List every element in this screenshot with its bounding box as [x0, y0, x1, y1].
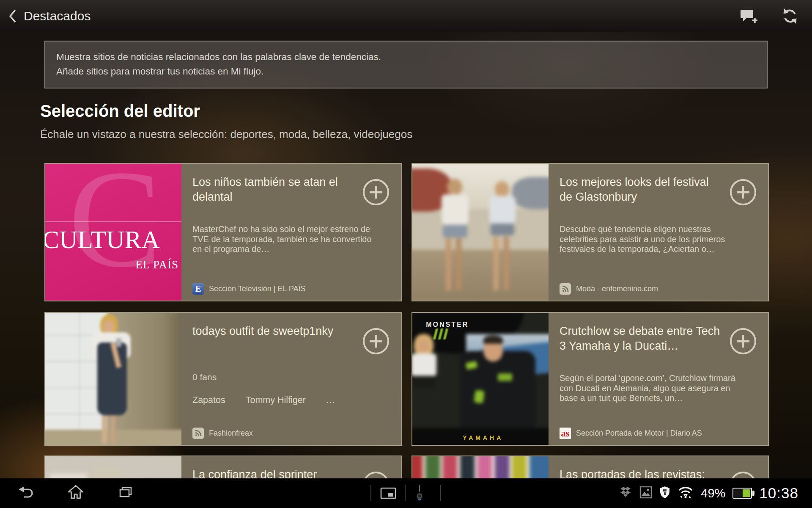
card-thumbnail: C CULTURA EL PAÍS [45, 164, 181, 301]
diario-as-logo: as [560, 428, 571, 439]
wifi-icon [678, 486, 694, 501]
home-screen: Destacados Muestra sitios de noticias re… [0, 0, 812, 508]
source-label: Sección Portada de Motor | Diario AS [576, 429, 702, 438]
page-title[interactable]: Destacados [24, 0, 91, 32]
add-site-button[interactable] [363, 328, 389, 354]
add-site-button[interactable] [730, 328, 756, 354]
yamaha-text: YAMAHA [463, 434, 503, 441]
news-card[interactable]: MONSTER YAMAHA Crutchlow se debate entre… [411, 312, 769, 446]
recents-icon[interactable] [119, 486, 134, 500]
info-line-2: Añade sitios para mostrar tus noticias e… [56, 64, 756, 79]
card-title: Los niños también se atan el delantal [192, 175, 357, 204]
tag[interactable]: Zapatos [192, 395, 225, 406]
status-cluster[interactable]: 49% 10:38 [619, 478, 798, 508]
card-description: Según el portal ‘gpone.com’, Crutchlow f… [560, 373, 739, 403]
card-source: E Sección Televisión | EL PAÍS [192, 283, 305, 295]
card-source: Moda - enfemenino.com [560, 283, 658, 295]
shield-icon [659, 486, 670, 500]
info-line-1: Muestra sitios de noticias relacionados … [56, 50, 756, 64]
section-title: Selección del editor [40, 102, 200, 121]
card-title: Crutchlow se debate entre Tech 3 Yamaha … [560, 324, 724, 353]
source-label: Sección Televisión | EL PAÍS [209, 284, 305, 293]
tag-list: Zapatos Tommy Hilfiger … [192, 395, 335, 406]
home-icon[interactable] [68, 485, 84, 500]
info-banner: Muestra sitios de noticias relacionados … [44, 41, 768, 88]
add-site-button[interactable] [730, 179, 756, 205]
divider [370, 485, 371, 501]
card-title: todays outfit de sweetp1nky [192, 324, 357, 339]
tag-more[interactable]: … [326, 395, 335, 406]
source-label: Fashionfreax [209, 429, 253, 438]
card-description: MasterChef no ha sido solo el mejor estr… [192, 224, 372, 254]
card-source: Fashionfreax [192, 428, 253, 439]
fans-count: 0 fans [192, 372, 217, 382]
card-source: as Sección Portada de Motor | Diario AS [560, 428, 702, 439]
remote-app-icon[interactable] [419, 485, 420, 491]
card-title: Los mejores looks del festival de Glasto… [560, 175, 724, 204]
elpais-favicon: E [192, 283, 204, 295]
gallery-icon [639, 486, 652, 500]
card-thumbnail [412, 164, 549, 301]
source-label: Moda - enfemenino.com [576, 284, 658, 293]
add-site-button[interactable] [363, 179, 389, 205]
sync-icon[interactable] [782, 0, 798, 32]
divider [405, 485, 406, 501]
divider [440, 485, 441, 501]
tag[interactable]: Tommy Hilfiger [246, 395, 306, 406]
card-thumbnail [45, 313, 181, 445]
monster-claw-logo [433, 329, 448, 340]
clock: 10:38 [759, 485, 798, 502]
news-card[interactable]: todays outfit de sweetp1nky 0 fans Zapat… [44, 312, 402, 446]
add-conversation-icon[interactable] [739, 0, 758, 32]
news-card[interactable]: Los mejores looks del festival de Glasto… [411, 163, 769, 301]
dropbox-icon [619, 486, 632, 500]
news-card[interactable]: C CULTURA EL PAÍS Los niños también se a… [44, 163, 402, 301]
back-chevron-icon[interactable] [8, 8, 17, 25]
system-nav-bar: 49% 10:38 [0, 478, 812, 508]
back-icon[interactable] [18, 486, 33, 502]
battery-icon [732, 488, 752, 499]
cultura-masthead: CULTURA [45, 225, 160, 254]
elpais-brand: EL PAÍS [135, 258, 178, 271]
small-apps-icon[interactable] [380, 487, 397, 500]
card-description: Descubre qué tendencia eligen nuestras c… [560, 224, 739, 254]
action-bar: Destacados [0, 0, 812, 32]
monster-text: MONSTER [426, 321, 469, 329]
rss-icon [560, 283, 571, 295]
rss-icon [192, 428, 204, 439]
section-subtitle: Échale un vistazo a nuestra selección: d… [40, 128, 412, 141]
battery-percent: 49% [701, 486, 725, 500]
card-thumbnail: MONSTER YAMAHA [412, 313, 549, 445]
